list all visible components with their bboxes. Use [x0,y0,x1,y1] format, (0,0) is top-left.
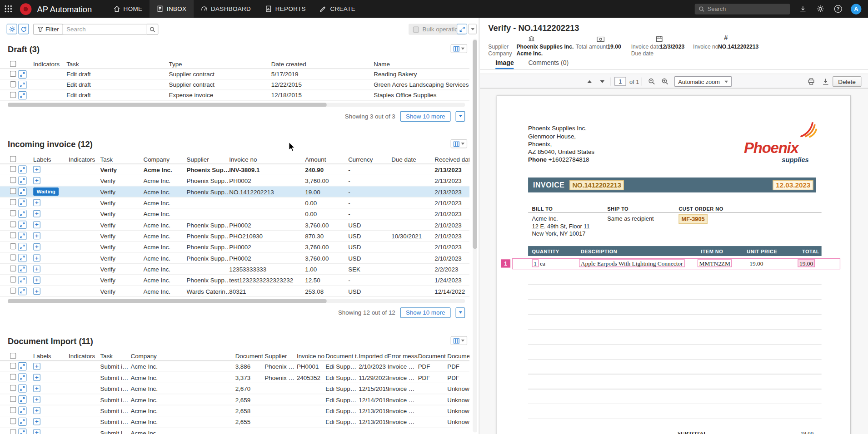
column-header[interactable]: Invoice no [229,156,305,163]
column-header[interactable]: Date created [271,61,374,68]
column-header[interactable]: Error messa… [388,353,418,360]
document-import-row[interactable]: + Submit i… Acme Inc. 2,659 Edi Supp… 12… [0,395,469,405]
bulk-operation-checkbox[interactable] [413,26,419,32]
column-header[interactable]: Due date [391,156,434,163]
open-document-icon[interactable] [18,187,26,196]
add-label-button[interactable]: + [33,254,40,261]
open-document-icon[interactable] [18,373,26,381]
row-checkbox[interactable] [10,243,16,249]
add-label-button[interactable]: + [33,385,40,392]
zoom-in-button[interactable] [660,77,670,86]
column-settings-button[interactable] [451,336,468,345]
column-header[interactable]: Supplier [187,156,229,163]
refresh-button[interactable] [18,24,29,34]
column-header[interactable]: Labels [33,156,69,163]
delete-button[interactable]: Delete [833,76,861,87]
column-header[interactable]: Supplier [264,353,297,360]
nav-item-inbox[interactable]: INBOX [150,0,194,18]
invoice-table-row[interactable]: + Verify Acme Inc. Phoenix Supp… PH0002 … [0,175,469,186]
column-header[interactable]: Imported d… [359,353,387,360]
open-document-icon[interactable] [18,406,26,414]
open-document-icon[interactable] [18,395,26,404]
column-header[interactable]: Document t… [325,353,359,360]
row-checkbox[interactable] [10,70,16,76]
column-header[interactable]: Currency [348,156,391,163]
column-header[interactable]: Invoice no [297,353,325,360]
open-document-icon[interactable] [18,232,26,240]
row-checkbox[interactable] [10,254,16,260]
document-import-row[interactable]: + Submit i… Acme Inc. [0,428,469,434]
add-label-button[interactable]: + [33,243,40,251]
column-header[interactable]: Labels [33,353,69,360]
row-checkbox[interactable] [10,188,16,194]
nav-item-home[interactable]: HOME [106,0,150,18]
horizontal-scrollbar[interactable] [8,103,465,107]
column-header[interactable]: Document f… [418,353,448,360]
invoice-table-row[interactable]: + Verify Acme Inc. Wards Caterin… 80321 … [0,286,469,297]
invoice-table-row[interactable]: Waiting+ Verify Acme Inc. Phoenix Supp… … [0,187,469,197]
invoice-table-row[interactable]: + Verify Acme Inc. Phoenix Sup… INV-3809… [0,164,469,175]
row-checkbox[interactable] [10,374,16,380]
row-checkbox[interactable] [10,385,16,391]
row-checkbox[interactable] [10,429,16,434]
add-label-button[interactable]: + [33,429,40,434]
select-all-checkbox[interactable] [10,353,16,359]
filter-button[interactable]: Filter [33,24,63,35]
document-import-row[interactable]: + Submit i… Acme Inc. 2,658 Edi Supp… 12… [0,405,469,416]
row-checkbox[interactable] [10,418,16,424]
previous-page-button[interactable] [584,77,594,86]
scrollbar-thumb[interactable] [8,103,327,107]
open-document-icon[interactable] [18,418,26,426]
open-document-icon[interactable] [18,165,26,173]
open-document-icon[interactable] [18,91,26,99]
vertical-scrollbar[interactable] [473,39,477,432]
add-label-button[interactable]: + [33,363,40,370]
open-document-icon[interactable] [18,198,26,207]
tab-comments[interactable]: Comments (0) [528,58,569,69]
row-checkbox[interactable] [10,287,16,293]
row-checkbox[interactable] [10,407,16,413]
draft-table-row[interactable]: Edit draft Expense invoice 12/18/2015 St… [0,90,469,101]
row-checkbox[interactable] [10,199,16,205]
toolbar-options-button[interactable] [469,24,477,34]
add-label-button[interactable]: + [33,232,40,240]
open-document-icon[interactable] [18,429,26,434]
column-header[interactable]: Task [66,61,169,68]
row-checkbox[interactable] [10,177,16,183]
open-document-icon[interactable] [18,362,26,370]
help-icon[interactable]: ? [833,4,843,14]
nav-item-dashboard[interactable]: DASHBOARD [194,0,258,18]
row-checkbox[interactable] [10,221,16,227]
open-document-icon[interactable] [18,210,26,218]
settings-gear-icon[interactable] [815,4,825,14]
list-settings-button[interactable] [7,24,17,34]
invoice-table-row[interactable]: + Verify Acme Inc. Phoenix Supp… PH0002 … [0,253,469,264]
invoice-table-row[interactable]: + Verify Acme Inc. 12353333333 1.00 SEK … [0,264,469,275]
open-document-icon[interactable] [18,265,26,273]
column-header[interactable]: Document [235,353,265,360]
tab-image[interactable]: Image [495,58,514,69]
show-more-button[interactable]: Show 10 more [400,111,451,121]
invoice-table-row[interactable]: + Verify Acme Inc. Phoenix Supp… PH0002 … [0,242,469,252]
column-header[interactable]: Name [374,61,469,68]
add-label-button[interactable]: + [33,374,40,381]
row-checkbox[interactable] [10,92,16,98]
add-label-button[interactable]: + [33,221,40,228]
row-checkbox[interactable] [10,396,16,402]
page-number-input[interactable] [614,77,626,85]
download-button[interactable] [820,77,830,86]
nav-item-create[interactable]: CREATE [313,0,363,18]
column-header[interactable]: Task [100,353,130,360]
document-import-row[interactable]: + Submit i… Acme Inc. 2,655 Edi Supp… 12… [0,416,469,427]
row-checkbox[interactable] [10,210,16,216]
row-checkbox[interactable] [10,266,16,271]
add-label-button[interactable]: + [33,407,40,414]
list-search-input[interactable] [63,24,147,35]
column-header[interactable]: Indicators [33,61,66,68]
invoice-table-row[interactable]: + Verify Acme Inc. Phoenix Supp… PH0002 … [0,220,469,231]
column-settings-button[interactable] [451,139,468,148]
column-header[interactable]: Company [130,353,235,360]
open-document-icon[interactable] [18,177,26,185]
invoice-table-row[interactable]: + Verify Acme Inc. 0.00 - 2/10/2023 [0,197,469,208]
open-document-icon[interactable] [18,385,26,393]
